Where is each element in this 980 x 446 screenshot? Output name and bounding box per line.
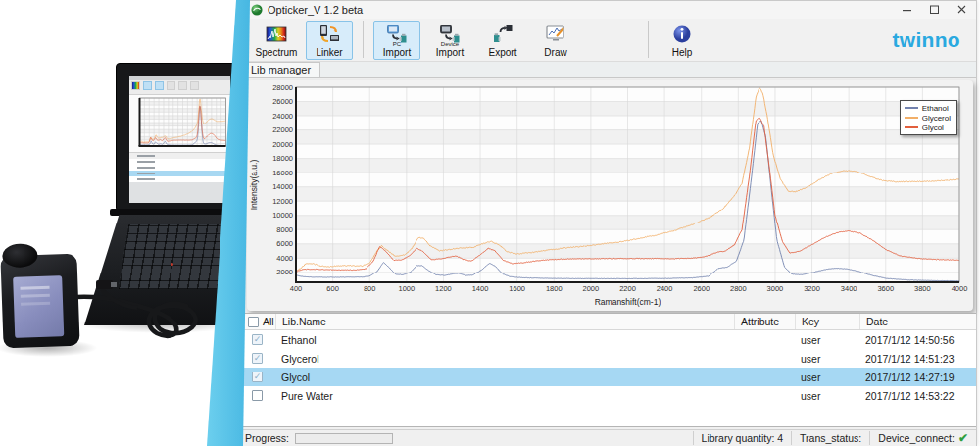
- handheld-spectrometer: [0, 254, 79, 349]
- twinno-logo: twinno: [893, 28, 960, 52]
- laptop-display: [116, 63, 237, 212]
- date-cell: 2017/1/12 14:27:19: [859, 372, 976, 383]
- app-window: Opticker_V 1.2 beta: [240, 0, 977, 446]
- legend-entry: Ethanol: [905, 103, 951, 113]
- svg-text:3400: 3400: [841, 284, 858, 293]
- table-row[interactable]: Pure Wateruser2017/1/12 14:53:22: [242, 386, 976, 405]
- spectrum-button[interactable]: Spectrum: [253, 21, 300, 60]
- svg-text:14000: 14000: [272, 182, 293, 191]
- laptop-hinge: [110, 209, 235, 216]
- date-cell: 2017/1/12 14:53:22: [859, 390, 976, 402]
- svg-text:10000: 10000: [272, 211, 293, 220]
- svg-text:2200: 2200: [619, 284, 636, 293]
- draw-button[interactable]: Draw: [532, 21, 579, 60]
- column-header-lib-name[interactable]: Lib.Name: [275, 314, 734, 329]
- status-bar: Progress: Library quantity: 4 Trans_stat…: [241, 429, 976, 446]
- svg-text:3000: 3000: [767, 284, 784, 293]
- svg-text:20000: 20000: [272, 140, 293, 149]
- spectrometer-screen: [13, 275, 64, 338]
- svg-text:22000: 22000: [272, 125, 293, 134]
- table-header: All Lib.Name Attribute Key Date: [242, 314, 976, 330]
- library-quantity: Library quantity: 4: [702, 432, 783, 444]
- svg-text:4000: 4000: [952, 284, 968, 293]
- device-import-button[interactable]: Device Import: [426, 21, 473, 60]
- svg-text:400: 400: [290, 284, 303, 293]
- svg-text:1800: 1800: [546, 284, 563, 293]
- svg-text:1400: 1400: [472, 284, 489, 293]
- chart-legend: EthanolGlycerolGlycol: [900, 100, 957, 135]
- svg-text:18000: 18000: [272, 154, 293, 163]
- svg-text:2600: 2600: [693, 284, 710, 293]
- date-cell: 2017/1/12 14:51:23: [859, 353, 976, 365]
- tab-lib-manager[interactable]: Lib manager: [241, 62, 320, 77]
- toolbar-separator: [363, 21, 364, 58]
- product-photo: [0, 0, 255, 446]
- svg-text:12000: 12000: [272, 197, 293, 206]
- tab-strip: Lib manager: [241, 62, 976, 78]
- lib-name-cell: Pure Water: [275, 390, 734, 402]
- svg-text:Intensity(a.u.): Intensity(a.u.): [249, 160, 259, 211]
- svg-text:Ramanshift(cm-1): Ramanshift(cm-1): [595, 297, 662, 307]
- status-separator: [791, 431, 792, 445]
- export-button[interactable]: Export: [479, 21, 526, 60]
- row-checkbox[interactable]: [252, 390, 263, 401]
- legend-label: Glycerol: [922, 114, 951, 123]
- svg-text:28000: 28000: [272, 83, 293, 92]
- minimize-button[interactable]: [894, 1, 921, 19]
- svg-text:4000: 4000: [276, 254, 293, 263]
- legend-swatch: [905, 107, 918, 109]
- date-cell: 2017/1/12 14:50:56: [859, 334, 976, 346]
- spectra-chart-panel: 4006008001000120014001600180020002200240…: [247, 80, 973, 311]
- column-header-date[interactable]: Date: [859, 314, 976, 329]
- svg-text:800: 800: [364, 284, 376, 293]
- legend-label: Glycol: [922, 124, 944, 132]
- legend-swatch: [905, 126, 918, 128]
- status-separator: [869, 431, 870, 445]
- select-all-checkbox[interactable]: [248, 317, 259, 327]
- svg-text:24000: 24000: [272, 112, 293, 121]
- export-icon: [492, 24, 514, 45]
- row-checkbox[interactable]: ✓: [252, 334, 263, 345]
- close-button[interactable]: [949, 1, 976, 19]
- svg-text:16000: 16000: [272, 169, 293, 177]
- help-button[interactable]: Help: [659, 21, 706, 60]
- svg-text:26000: 26000: [272, 97, 293, 106]
- legend-label: Ethanol: [922, 104, 949, 113]
- trans-status-label: Trans_status:: [800, 432, 861, 444]
- select-all-label: All: [263, 316, 274, 327]
- window-title: Opticker_V 1.2 beta: [268, 4, 363, 16]
- row-checkbox[interactable]: ✓: [252, 372, 263, 382]
- spectrum-icon: [266, 24, 287, 45]
- status-separator: [693, 431, 694, 445]
- screenshot-root: Opticker_V 1.2 beta: [0, 0, 980, 446]
- linker-button[interactable]: Linker: [306, 21, 353, 60]
- spectrometer-lens: [2, 243, 38, 268]
- pc-import-button[interactable]: PC Import: [373, 21, 420, 60]
- column-header-key[interactable]: Key: [795, 314, 859, 329]
- main-toolbar: Spectrum Linker: [241, 19, 976, 62]
- key-cell: user: [795, 334, 859, 346]
- progress-bar: [295, 433, 393, 444]
- table-row[interactable]: ✓Glyceroluser2017/1/12 14:51:23: [242, 349, 976, 368]
- legend-entry: Glycerol: [905, 113, 951, 123]
- toolbar-separator: [648, 21, 649, 58]
- table-row[interactable]: ✓Ethanoluser2017/1/12 14:50:56: [242, 330, 976, 349]
- svg-text:1200: 1200: [435, 284, 452, 293]
- help-icon: [671, 24, 693, 45]
- svg-text:6000: 6000: [276, 239, 293, 248]
- svg-text:8000: 8000: [276, 225, 293, 234]
- title-bar: Opticker_V 1.2 beta: [241, 1, 976, 19]
- row-checkbox[interactable]: ✓: [252, 353, 263, 364]
- svg-text:600: 600: [326, 284, 339, 293]
- svg-text:2000: 2000: [276, 268, 293, 276]
- laptop-screen-content: [129, 76, 230, 203]
- app-icon: [251, 4, 263, 16]
- svg-text:3800: 3800: [914, 284, 931, 293]
- svg-text:1600: 1600: [509, 284, 525, 293]
- column-header-attribute[interactable]: Attribute: [734, 314, 795, 329]
- table-row[interactable]: ✓Glycoluser2017/1/12 14:27:19: [242, 368, 976, 386]
- maximize-button[interactable]: [921, 1, 949, 19]
- key-cell: user: [795, 353, 859, 365]
- svg-text:2400: 2400: [657, 284, 673, 293]
- lib-name-cell: Ethanol: [275, 334, 734, 346]
